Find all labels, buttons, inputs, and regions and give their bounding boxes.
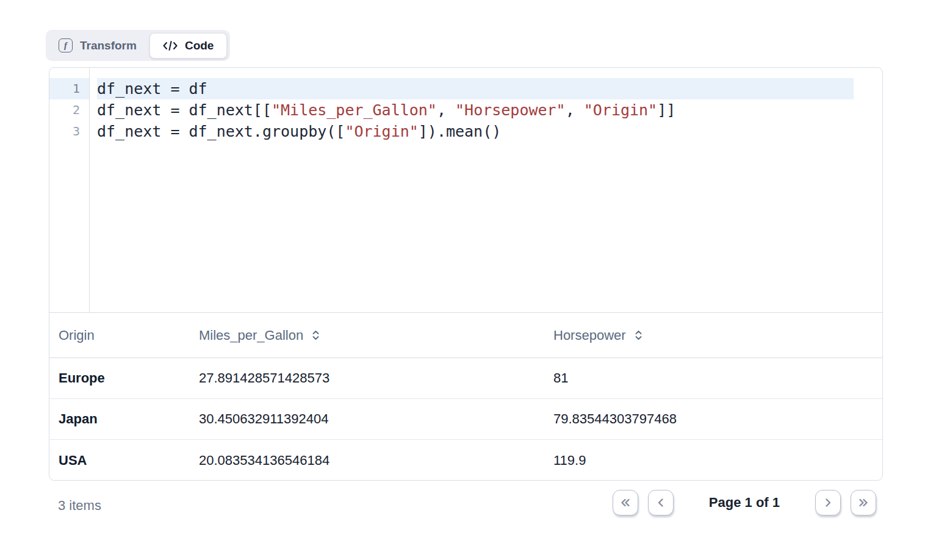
column-label: Origin — [59, 328, 95, 343]
cell-origin: Japan — [49, 411, 190, 427]
sort-icon[interactable] — [634, 329, 643, 341]
pagination: Page 1 of 1 — [613, 490, 876, 515]
column-header-miles_per_gallon[interactable]: Miles_per_Gallon — [190, 328, 544, 343]
code-token: ]).mean() — [419, 123, 501, 140]
code-token: ]] — [657, 101, 675, 119]
code-token-string: "Origin" — [584, 101, 657, 119]
code-token: df_next = df — [97, 80, 207, 98]
column-header-horsepower[interactable]: Horsepower — [544, 328, 882, 343]
column-label: Miles_per_Gallon — [199, 328, 303, 343]
page: f Transform Code 123 df_next = dfdf_next… — [0, 0, 925, 560]
next-page-button[interactable] — [815, 490, 841, 515]
editor-code-area[interactable]: df_next = dfdf_next = df_next[["Miles_pe… — [90, 68, 882, 312]
sort-icon[interactable] — [311, 329, 320, 341]
code-token: , — [566, 101, 584, 119]
line-number: 1 — [49, 78, 89, 99]
view-mode-tabs: f Transform Code — [46, 30, 230, 61]
table-row: Japan30.45063291139240479.83544303797468 — [49, 399, 882, 440]
column-label: Horsepower — [553, 328, 626, 343]
line-number: 3 — [49, 121, 89, 142]
items-count: 3 items — [58, 498, 101, 514]
table-body: Europe27.89142857142857381Japan30.450632… — [49, 358, 882, 481]
cell-miles-per-gallon: 27.891428571428573 — [190, 370, 544, 386]
table-row: Europe27.89142857142857381 — [49, 358, 882, 399]
tab-code[interactable]: Code — [149, 33, 228, 59]
code-cell-panel: 123 df_next = dfdf_next = df_next[["Mile… — [49, 67, 883, 481]
code-token: , — [437, 101, 455, 119]
code-token-string: "Origin" — [345, 123, 418, 140]
code-token: df_next = df_next.groupby([ — [97, 123, 345, 140]
cell-origin: USA — [49, 453, 190, 468]
cell-horsepower: 79.83544303797468 — [544, 411, 882, 427]
code-token: df_next = df_next[[ — [97, 101, 272, 119]
function-icon: f — [59, 38, 73, 52]
cell-origin: Europe — [49, 370, 190, 386]
code-token-string: "Miles_per_Gallon" — [272, 101, 437, 119]
tab-transform[interactable]: f Transform — [49, 38, 149, 52]
tab-transform-label: Transform — [80, 39, 137, 52]
cell-miles-per-gallon: 20.083534136546184 — [190, 453, 544, 468]
column-header-origin: Origin — [49, 328, 190, 343]
page-indicator: Page 1 of 1 — [709, 495, 780, 511]
code-token-string: "Horsepower" — [455, 101, 566, 119]
cell-horsepower: 119.9 — [544, 453, 882, 468]
tab-code-label: Code — [185, 39, 214, 52]
table-header-row: OriginMiles_per_GallonHorsepower — [49, 313, 882, 358]
previous-page-button[interactable] — [648, 490, 674, 515]
line-number: 2 — [49, 99, 89, 121]
code-line[interactable]: df_next = df — [97, 78, 854, 99]
first-page-button[interactable] — [613, 490, 638, 515]
code-line[interactable]: df_next = df_next[["Miles_per_Gallon", "… — [97, 99, 882, 121]
code-editor[interactable]: 123 df_next = dfdf_next = df_next[["Mile… — [49, 68, 882, 313]
table-row: USA20.083534136546184119.9 — [49, 440, 882, 481]
cell-miles-per-gallon: 30.450632911392404 — [190, 411, 544, 427]
cell-horsepower: 81 — [544, 370, 882, 386]
editor-gutter: 123 — [49, 68, 90, 312]
last-page-button[interactable] — [851, 490, 876, 515]
code-brackets-icon — [163, 40, 178, 51]
code-line[interactable]: df_next = df_next.groupby(["Origin"]).me… — [97, 121, 882, 142]
